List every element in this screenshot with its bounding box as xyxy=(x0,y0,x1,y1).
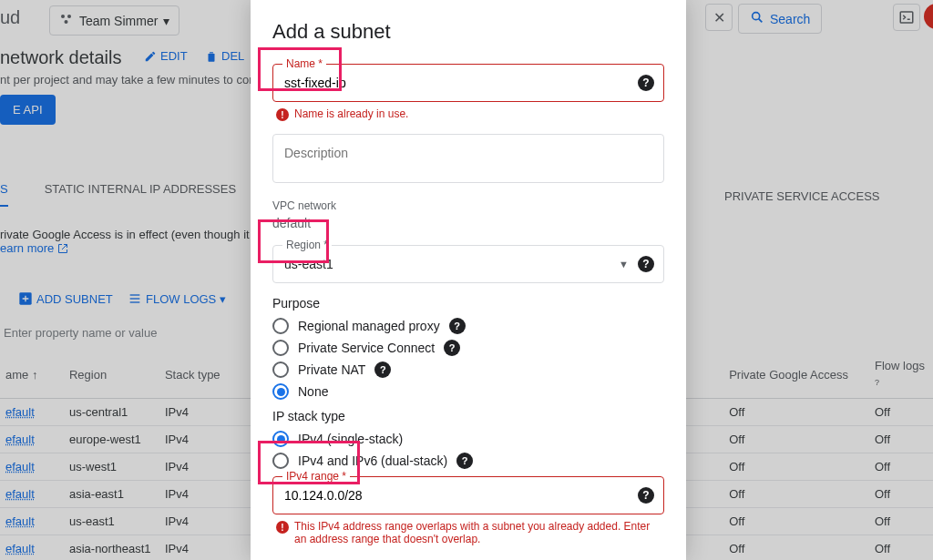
vpc-value: default xyxy=(272,216,664,230)
radio-option[interactable]: Private Service Connect? xyxy=(272,340,664,356)
radio-icon xyxy=(272,340,289,356)
ipv4-range-field: IPv4 range * ? xyxy=(272,476,664,514)
radio-option[interactable]: Private NAT? xyxy=(272,361,664,378)
help-icon[interactable]: ? xyxy=(638,256,654,272)
radio-option[interactable]: IPv4 and IPv6 (dual-stack)? xyxy=(272,453,664,469)
description-input[interactable] xyxy=(273,135,663,178)
vpc-label: VPC network xyxy=(272,199,664,212)
add-subnet-dialog: Add a subnet Name * ? !Name is already i… xyxy=(251,0,686,560)
name-label: Name * xyxy=(282,57,326,70)
region-label: Region * xyxy=(282,239,332,251)
vpc-field: VPC network default xyxy=(272,199,664,230)
help-icon[interactable]: ? xyxy=(456,453,473,469)
radio-icon xyxy=(272,361,289,378)
radio-option[interactable]: None xyxy=(272,383,664,400)
radio-icon xyxy=(272,431,289,447)
dialog-title: Add a subnet xyxy=(272,20,664,44)
region-field: Region * us-east1 ▼ ? xyxy=(272,245,664,283)
name-error: !Name is already in use. xyxy=(276,107,664,121)
help-icon[interactable]: ? xyxy=(449,318,466,334)
radio-icon xyxy=(272,318,289,334)
error-icon: ! xyxy=(276,521,289,534)
ipv4-range-error: !This IPv4 address range overlaps with a… xyxy=(276,520,664,545)
radio-option[interactable]: Regional managed proxy? xyxy=(272,318,664,334)
radio-icon xyxy=(272,453,289,469)
ipv4-range-input[interactable] xyxy=(273,477,663,514)
region-select[interactable]: us-east1 xyxy=(273,246,663,282)
help-icon[interactable]: ? xyxy=(374,361,391,378)
ipstack-label: IP stack type xyxy=(272,409,664,423)
radio-icon xyxy=(272,383,289,400)
description-field xyxy=(272,134,664,183)
chevron-down-icon: ▼ xyxy=(619,259,629,270)
help-icon[interactable]: ? xyxy=(444,340,460,356)
name-field: Name * ? xyxy=(272,64,664,102)
purpose-label: Purpose xyxy=(272,296,664,311)
error-icon: ! xyxy=(276,108,289,121)
name-input[interactable] xyxy=(273,65,663,101)
help-icon[interactable]: ? xyxy=(638,487,654,504)
radio-option[interactable]: IPv4 (single-stack) xyxy=(272,431,664,447)
ipv4-range-label: IPv4 range * xyxy=(282,470,350,483)
help-icon[interactable]: ? xyxy=(638,75,654,91)
